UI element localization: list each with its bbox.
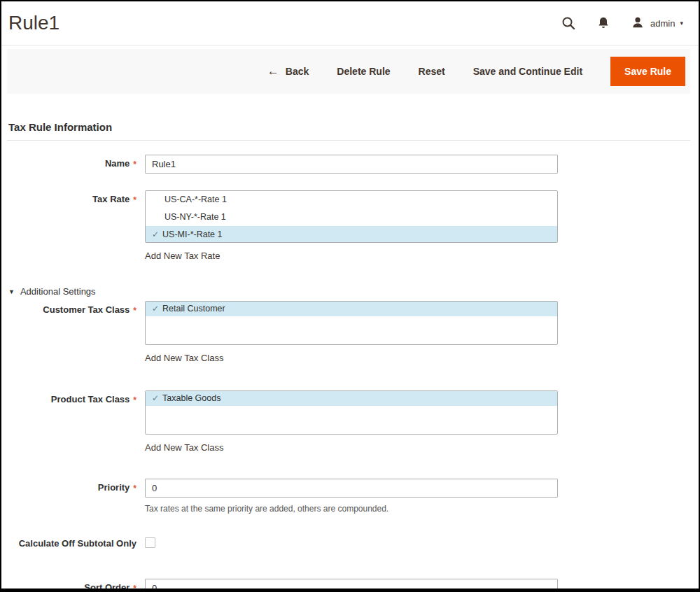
required-marker: *: [133, 158, 136, 174]
calculate-off-subtotal-checkbox[interactable]: [145, 537, 155, 548]
tax-rate-option[interactable]: US-CA-*-Rate 1: [146, 191, 557, 209]
section-title: Tax Rule Information: [8, 121, 690, 133]
required-marker: *: [133, 582, 136, 592]
priority-input[interactable]: [145, 479, 558, 498]
customer-tax-class-option-selected[interactable]: ✓ Retail Customer: [146, 302, 557, 316]
product-tax-class-multiselect[interactable]: ✓ Taxable Goods: [145, 390, 558, 435]
admin-tax-rule-page: Rule1 admin ▾ ← Back Delete Rule: [0, 0, 700, 592]
check-icon: ✓: [152, 391, 159, 406]
product-tax-class-row: Product Tax Class * ✓ Taxable Goods: [1, 390, 699, 435]
page-header: Rule1 admin ▾: [1, 1, 699, 45]
customer-tax-class-multiselect[interactable]: ✓ Retail Customer: [145, 301, 558, 345]
page-title: Rule1: [8, 12, 59, 34]
priority-row: Priority * Tax rates at the same priorit…: [1, 479, 699, 514]
additional-settings-toggle[interactable]: ▼ Additional Settings: [8, 286, 699, 297]
calculate-off-subtotal-label: Calculate Off Subtotal Only: [1, 535, 145, 551]
tax-rule-form: Name * Tax Rate * US-CA-*-Rate 1 US-NY-*…: [1, 141, 699, 592]
name-input[interactable]: [145, 155, 558, 174]
triangle-down-icon: ▼: [8, 288, 15, 295]
tax-rate-option-selected[interactable]: ✓ US-MI-*-Rate 1: [146, 226, 557, 243]
customer-tax-class-row: Customer Tax Class * ✓ Retail Customer: [1, 301, 699, 345]
customer-tax-class-label: Customer Tax Class *: [1, 301, 145, 345]
add-new-tax-class-link[interactable]: Add New Tax Class: [145, 353, 223, 363]
reset-button[interactable]: Reset: [419, 66, 445, 77]
tax-rate-multiselect[interactable]: US-CA-*-Rate 1 US-NY-*-Rate 1 ✓ US-MI-*-…: [145, 190, 558, 243]
save-rule-button[interactable]: Save Rule: [610, 57, 685, 86]
header-actions: admin ▾: [561, 16, 683, 30]
name-label: Name *: [1, 155, 145, 174]
check-icon: ✓: [152, 302, 159, 316]
name-row: Name *: [1, 155, 699, 174]
product-tax-class-option-selected[interactable]: ✓ Taxable Goods: [146, 391, 557, 406]
page-actions-toolbar: ← Back Delete Rule Reset Save and Contin…: [7, 49, 690, 94]
sort-order-label: Sort Order *: [1, 579, 145, 592]
account-person-icon: [631, 16, 645, 30]
priority-label: Priority *: [1, 479, 145, 514]
delete-rule-button[interactable]: Delete Rule: [337, 66, 390, 77]
chevron-down-icon: ▾: [680, 20, 683, 27]
sort-order-row: Sort Order *: [1, 579, 699, 592]
sort-order-input[interactable]: [145, 579, 558, 592]
admin-username: admin: [650, 18, 675, 29]
product-tax-class-label: Product Tax Class *: [1, 390, 145, 435]
additional-settings-label: Additional Settings: [20, 286, 96, 297]
section-header: Tax Rule Information: [7, 94, 690, 141]
reset-label: Reset: [419, 66, 445, 77]
tax-rate-option[interactable]: US-NY-*-Rate 1: [146, 209, 557, 226]
required-marker: *: [133, 304, 136, 345]
save-and-continue-label: Save and Continue Edit: [473, 66, 582, 77]
required-marker: *: [133, 194, 136, 243]
delete-rule-label: Delete Rule: [337, 66, 390, 77]
search-icon[interactable]: [561, 16, 575, 30]
back-label: Back: [286, 66, 309, 77]
add-new-tax-rate-link[interactable]: Add New Tax Rate: [145, 251, 220, 261]
tax-rate-label: Tax Rate *: [1, 190, 145, 243]
notifications-bell-icon[interactable]: [596, 16, 610, 30]
add-new-tax-class-link[interactable]: Add New Tax Class: [145, 442, 223, 453]
back-button[interactable]: ← Back: [267, 64, 309, 78]
save-and-continue-button[interactable]: Save and Continue Edit: [473, 66, 582, 77]
check-icon: ✓: [152, 226, 159, 243]
required-marker: *: [133, 394, 136, 435]
admin-account-menu[interactable]: admin ▾: [631, 16, 683, 30]
calculate-off-subtotal-row: Calculate Off Subtotal Only: [1, 535, 699, 551]
back-arrow-icon: ←: [267, 64, 279, 78]
priority-note: Tax rates at the same priority are added…: [145, 504, 558, 514]
tax-rate-row: Tax Rate * US-CA-*-Rate 1 US-NY-*-Rate 1…: [1, 190, 699, 243]
required-marker: *: [133, 482, 136, 514]
